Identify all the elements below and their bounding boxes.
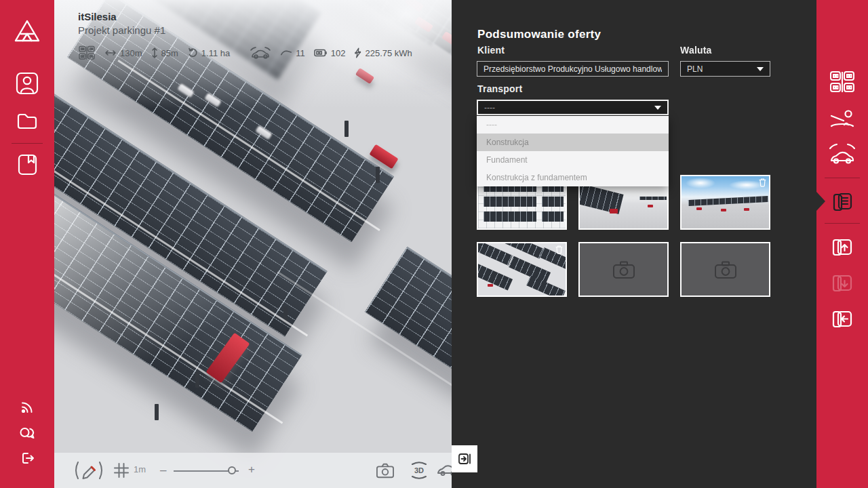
left-sidebar [0, 0, 54, 488]
export-offer-button[interactable] [829, 233, 856, 260]
vehicles-button[interactable] [828, 140, 856, 167]
save-project-button[interactable] [14, 151, 41, 178]
offer-summary-panel: Podsumowanie oferty Klient Waluta PLN Tr… [452, 0, 816, 488]
transport-option-none[interactable]: ---- [477, 116, 669, 134]
offer-documents-button-active[interactable] [829, 188, 856, 215]
arrow-horizontal-icon [104, 49, 117, 56]
carport-leg [195, 371, 199, 388]
grid-snap-button[interactable] [113, 462, 130, 479]
profile-button[interactable] [14, 70, 41, 97]
carport-leg [155, 404, 159, 420]
vehicle-view-button[interactable] [436, 464, 452, 476]
viewport-toolbar: 1m – + 3D [54, 453, 452, 488]
import-offer-button-disabled [829, 269, 856, 296]
transport-select[interactable]: ---- [477, 100, 669, 115]
mode-3d-button[interactable]: 3D [408, 461, 430, 480]
grid-scale-label: 1m [134, 464, 146, 474]
carport-leg [344, 121, 349, 137]
camera-placeholder-icon [714, 260, 737, 279]
active-indicator-arrow [816, 192, 825, 211]
chat-icon[interactable] [18, 425, 36, 441]
projects-folder-button[interactable] [14, 107, 41, 134]
car-icon [250, 47, 271, 59]
collapse-panel-button[interactable] [452, 445, 477, 472]
currency-label: Waluta [680, 45, 712, 56]
chevron-down-icon [654, 106, 661, 110]
carport-grid-icon [78, 45, 96, 60]
transport-option-fundament[interactable]: Fundament [477, 151, 669, 169]
rotate-icon [187, 47, 198, 58]
app-name: itSilesia [78, 11, 412, 22]
project-header: itSilesia Projekt parkingu #1 130m [78, 11, 412, 60]
camera-placeholder-icon [612, 260, 635, 279]
zoom-in-button[interactable]: + [248, 464, 255, 475]
terrain-slope-button[interactable] [829, 105, 856, 132]
bolt-icon [354, 47, 361, 58]
collapse-panel-icon [457, 452, 472, 466]
screenshot-thumbnail-3[interactable] [680, 175, 770, 230]
signal-icon[interactable] [19, 399, 35, 415]
screenshot-thumbnail-4[interactable] [477, 242, 567, 297]
zoom-slider-handle[interactable] [228, 466, 236, 474]
client-input[interactable] [477, 61, 669, 77]
canopy-icon [280, 49, 292, 56]
currency-select[interactable]: PLN [680, 61, 770, 77]
app-logo-icon [12, 18, 42, 45]
carport-leg [376, 167, 380, 183]
viewport-3d-canvas[interactable]: itSilesia Projekt parkingu #1 130m [54, 0, 452, 488]
stat-carports: 11 [280, 48, 305, 58]
stat-charging-points: 102 [314, 48, 346, 58]
carport-config-button[interactable] [829, 70, 856, 94]
stat-area: 1.11 ha [187, 47, 230, 58]
sidebar-divider [825, 178, 860, 178]
sidebar-divider [825, 223, 860, 224]
transport-value: ---- [484, 103, 495, 113]
transport-option-konstrukcja-z-fundamentem[interactable]: Konstrukcja z fundamentem [477, 169, 669, 186]
zoom-out-button[interactable]: – [160, 464, 166, 476]
transport-label: Transport [477, 83, 522, 94]
right-sidebar [816, 0, 868, 488]
arrow-vertical-icon [151, 47, 158, 59]
battery-icon [314, 49, 328, 57]
car-red [355, 68, 374, 84]
logout-icon[interactable] [19, 450, 35, 466]
stat-depth: 85m [151, 47, 178, 59]
screenshot-camera-button[interactable] [375, 462, 395, 479]
stat-width: 130m [104, 48, 142, 58]
client-label: Klient [477, 45, 505, 56]
project-stats: 130m 85m 1.11 ha [78, 45, 412, 60]
screenshot-placeholder-6[interactable] [680, 242, 770, 297]
chevron-down-icon [757, 67, 764, 71]
currency-value: PLN [687, 64, 703, 74]
stat-power: 225.75 kWh [354, 47, 412, 58]
draw-tool-button[interactable] [73, 460, 104, 481]
screenshot-placeholder-5[interactable] [578, 242, 669, 297]
delete-screenshot-icon[interactable] [758, 178, 767, 187]
project-name: Projekt parkingu #1 [78, 24, 412, 36]
transport-option-konstrukcja[interactable]: Konstrukcja [477, 134, 669, 151]
return-folder-button[interactable] [829, 305, 856, 332]
sidebar-divider [12, 143, 43, 144]
svg-text:3D: 3D [414, 466, 424, 474]
transport-dropdown: ---- Konstrukcja Fundament Konstrukcja z… [477, 116, 669, 186]
panel-title: Podsumowanie oferty [477, 28, 601, 41]
delete-screenshot-icon[interactable] [555, 245, 564, 254]
